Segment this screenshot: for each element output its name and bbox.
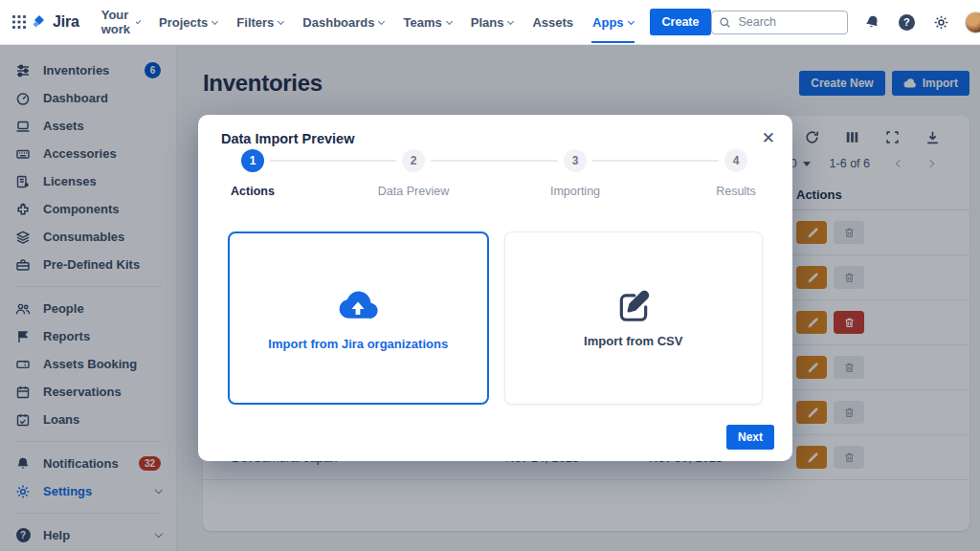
step-connector	[270, 160, 396, 162]
jira-logo[interactable]: Jira	[31, 13, 79, 31]
chevron-down-icon	[628, 17, 635, 24]
step-circle-importing: 3	[564, 149, 587, 172]
top-navigation: Jira Your work Projects Filters Dashboar…	[0, 0, 980, 45]
import-from-csv-option[interactable]: Import from CSV	[504, 231, 764, 405]
nav-item-filters[interactable]: Filters	[228, 7, 292, 37]
chevron-down-icon	[136, 18, 142, 24]
import-from-jira-option[interactable]: Import from Jira organizations	[228, 231, 489, 405]
notifications-icon[interactable]	[861, 11, 882, 33]
edit-square-icon	[615, 288, 652, 324]
step-label-importing: Importing	[499, 185, 652, 198]
nav-item-apps[interactable]: Apps	[584, 7, 642, 37]
step-label-actions: Actions	[176, 185, 329, 198]
nav-menu: Your work Projects Filters Dashboards Te…	[93, 7, 642, 37]
nav-item-teams[interactable]: Teams	[394, 7, 459, 37]
step-label-results: Results	[659, 185, 813, 198]
step-circle-data-preview: 2	[402, 149, 425, 172]
user-avatar[interactable]	[965, 11, 980, 33]
cloud-upload-icon	[337, 285, 379, 327]
chevron-down-icon	[212, 17, 218, 24]
modal-title: Data Import Preview	[198, 115, 792, 146]
next-button[interactable]: Next	[726, 425, 774, 450]
nav-item-plans[interactable]: Plans	[462, 7, 523, 37]
step-connector	[592, 160, 719, 162]
nav-item-assets[interactable]: Assets	[523, 7, 582, 37]
step-circle-actions: 1	[241, 149, 264, 172]
app-switcher-icon[interactable]	[11, 9, 27, 35]
search-icon	[719, 16, 731, 29]
chevron-down-icon	[507, 17, 514, 24]
settings-gear-icon[interactable]	[930, 11, 951, 33]
nav-item-projects[interactable]: Projects	[150, 7, 226, 37]
step-label-data-preview: Data Preview	[337, 185, 490, 198]
search-input[interactable]	[711, 11, 848, 34]
brand-name: Jira	[53, 13, 79, 31]
close-icon[interactable]: ✕	[758, 126, 779, 150]
chevron-down-icon	[278, 17, 284, 24]
help-icon[interactable]: ?	[896, 11, 917, 33]
import-stepper: 1 2 3 4 Actions Data Preview Importing R…	[198, 149, 792, 231]
nav-item-your-work[interactable]: Your work	[93, 7, 148, 37]
step-connector	[431, 160, 558, 162]
step-circle-results: 4	[724, 149, 747, 172]
chevron-down-icon	[446, 17, 453, 24]
data-import-modal: Data Import Preview ✕ 1 2 3 4 Actions Da…	[198, 115, 792, 461]
create-button[interactable]: Create	[650, 9, 712, 35]
search-box	[711, 11, 848, 34]
jira-logo-icon	[31, 13, 48, 31]
chevron-down-icon	[378, 17, 385, 24]
nav-item-dashboards[interactable]: Dashboards	[294, 7, 392, 37]
